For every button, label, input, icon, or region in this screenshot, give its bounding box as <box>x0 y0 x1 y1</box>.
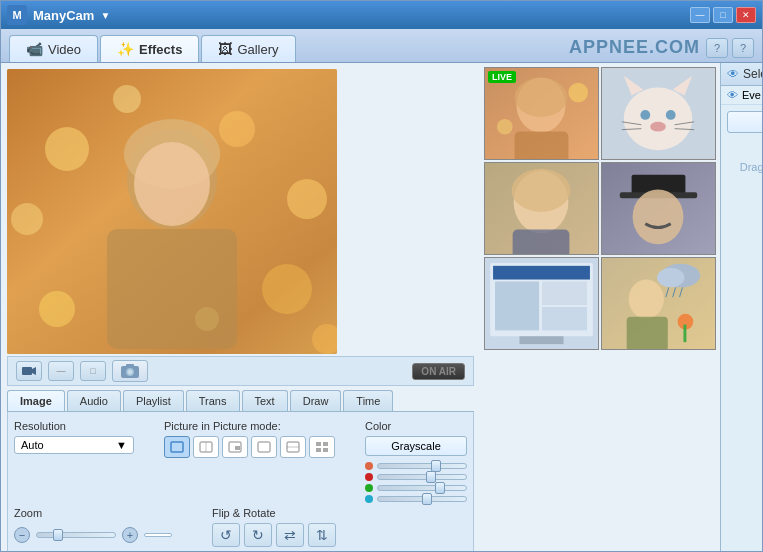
right-panel: 👁 Selected × 👁 Eve × Favorites Drag and … <box>720 63 762 551</box>
on-air-button[interactable]: ON AIR <box>412 363 465 380</box>
svg-rect-30 <box>316 448 321 452</box>
svg-point-39 <box>624 88 692 151</box>
bottom-tabs: Image Audio Playlist Trans Text Draw Tim… <box>7 390 474 412</box>
svg-point-6 <box>262 264 312 314</box>
grid-cell-cat[interactable] <box>601 67 716 160</box>
svg-point-1 <box>45 127 89 171</box>
color-dot-4 <box>365 495 373 503</box>
flip-h-btn[interactable]: ⇄ <box>276 523 304 547</box>
header-icon-buttons: ? ? <box>706 38 754 62</box>
drag-drop-hint: Drag and drop effects for easy access <box>721 139 762 212</box>
btab-text[interactable]: Text <box>242 390 288 411</box>
header-btn-1[interactable]: ? <box>706 38 728 58</box>
color-dot-1 <box>365 462 373 470</box>
pip-btn-2[interactable] <box>193 436 219 458</box>
close-button[interactable]: ✕ <box>736 7 756 23</box>
zoom-minus-btn[interactable]: − <box>14 527 30 543</box>
btab-trans[interactable]: Trans <box>186 390 240 411</box>
slider-thumb-3[interactable] <box>435 482 445 494</box>
record-btn[interactable]: — <box>48 361 74 381</box>
svg-point-37 <box>497 119 513 135</box>
pip-btn-1[interactable] <box>164 436 190 458</box>
left-panel: — □ ON AIR Image Audio Playlist Trans Te… <box>1 63 480 551</box>
svg-marker-15 <box>32 367 36 375</box>
favorites-btn[interactable]: Favorites <box>727 111 762 133</box>
color-section: Grayscale <box>365 436 467 503</box>
grayscale-btn[interactable]: Grayscale <box>365 436 467 456</box>
btab-audio[interactable]: Audio <box>67 390 121 411</box>
slider-track-4[interactable] <box>377 496 467 502</box>
pip-label: Picture in Picture mode: <box>164 420 335 432</box>
minimize-button[interactable]: — <box>690 7 710 23</box>
grid-cell-woman[interactable] <box>484 162 599 255</box>
zoom-plus-btn[interactable]: + <box>122 527 138 543</box>
zoom-value <box>144 533 172 537</box>
titlebar: M ManyCam ▼ — □ ✕ <box>1 1 762 29</box>
pip-btn-4[interactable] <box>251 436 277 458</box>
slider-track-1[interactable] <box>377 463 467 469</box>
pip-btn-5[interactable] <box>280 436 306 458</box>
grid-row-2 <box>484 162 716 255</box>
svg-rect-62 <box>542 307 587 330</box>
svg-point-18 <box>128 370 133 375</box>
main-content: — □ ON AIR Image Audio Playlist Trans Te… <box>1 63 762 551</box>
grid-cell-live[interactable]: LIVE <box>484 67 599 160</box>
center-panel: LIVE <box>480 63 720 551</box>
pip-modes <box>164 436 335 458</box>
grid-cell-hat[interactable] <box>601 162 716 255</box>
video-preview <box>7 69 337 354</box>
svg-rect-14 <box>22 367 32 375</box>
flip-v-btn[interactable]: ⇅ <box>308 523 336 547</box>
tab-video[interactable]: 📹 Video <box>9 35 98 62</box>
titlebar-left: M ManyCam ▼ <box>7 5 110 25</box>
slider-track-3[interactable] <box>377 485 467 491</box>
controls-row-1: Resolution Auto ▼ Picture in Picture mod… <box>14 420 467 503</box>
rotate-left-btn[interactable]: ↺ <box>212 523 240 547</box>
slider-thumb-4[interactable] <box>422 493 432 505</box>
grid-row-3 <box>484 257 716 350</box>
slider-row-4 <box>365 495 467 503</box>
svg-point-7 <box>39 291 75 327</box>
title-dropdown-arrow[interactable]: ▼ <box>100 10 110 21</box>
resolution-dropdown[interactable]: Auto ▼ <box>14 436 134 454</box>
pip-btn-6[interactable] <box>309 436 335 458</box>
resolution-group: Resolution Auto ▼ <box>14 420 134 454</box>
tab-gallery[interactable]: 🖼 Gallery <box>201 35 295 62</box>
zoom-thumb[interactable] <box>53 529 63 541</box>
svg-point-13 <box>134 142 210 226</box>
btab-image[interactable]: Image <box>7 390 65 411</box>
woman-preview-svg <box>485 163 598 254</box>
svg-point-3 <box>11 203 43 235</box>
svg-point-44 <box>650 122 666 132</box>
svg-rect-59 <box>493 266 590 280</box>
slider-track-2[interactable] <box>377 474 467 480</box>
grid-row-1: LIVE <box>484 67 716 160</box>
zoom-slider[interactable] <box>36 532 116 538</box>
header-btn-2[interactable]: ? <box>732 38 754 58</box>
appnee-logo: APPNEE.COM <box>569 37 704 62</box>
snapshot-btn[interactable]: □ <box>80 361 106 381</box>
effect-eye-icon: 👁 <box>727 89 738 101</box>
svg-point-2 <box>219 111 255 147</box>
tab-effects[interactable]: ✨ Effects <box>100 35 199 62</box>
pip-btn-3[interactable] <box>222 436 248 458</box>
btab-draw[interactable]: Draw <box>290 390 342 411</box>
photo-btn[interactable] <box>112 360 148 382</box>
slider-thumb-2[interactable] <box>426 471 436 483</box>
grid-cell-desktop[interactable] <box>484 257 599 350</box>
svg-point-36 <box>568 83 588 103</box>
webcam-btn[interactable] <box>16 361 42 381</box>
btab-playlist[interactable]: Playlist <box>123 390 184 411</box>
maximize-button[interactable]: □ <box>713 7 733 23</box>
slider-row-3 <box>365 484 467 492</box>
selected-header: 👁 Selected × <box>721 63 762 86</box>
bokeh-overlay <box>7 69 337 354</box>
flip-group: Flip & Rotate ↺ ↻ ⇄ ⇅ <box>212 507 336 547</box>
app-title: ManyCam <box>33 8 94 23</box>
btab-time[interactable]: Time <box>343 390 393 411</box>
grid-cell-rain[interactable] <box>601 257 716 350</box>
eye-icon: 👁 <box>727 67 739 81</box>
color-label: Color <box>365 420 467 432</box>
svg-point-66 <box>657 268 684 288</box>
rotate-right-btn[interactable]: ↻ <box>244 523 272 547</box>
